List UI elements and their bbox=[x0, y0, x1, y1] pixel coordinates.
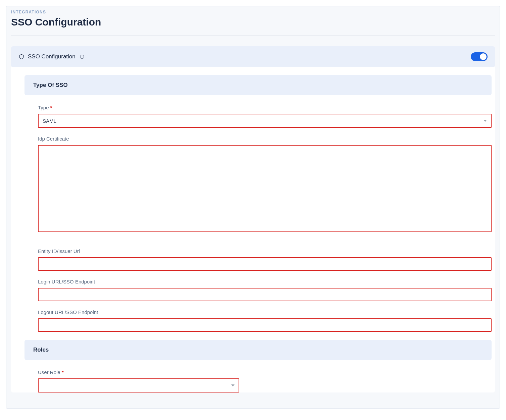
field-logout-url: Logout URL/SSO Endpoint bbox=[38, 309, 492, 332]
label-logout-url: Logout URL/SSO Endpoint bbox=[38, 309, 492, 315]
chevron-down-icon bbox=[484, 120, 487, 122]
page-shell: INTEGRATIONS SSO Configuration SSO Confi… bbox=[6, 6, 500, 409]
page-title: SSO Configuration bbox=[11, 16, 495, 28]
input-login-url[interactable] bbox=[38, 288, 492, 301]
label-login-url: Login URL/SSO Endpoint bbox=[38, 279, 492, 284]
type-of-sso-form: Type SAML Idp Certificate Entity ID/Issu… bbox=[38, 105, 492, 332]
info-icon[interactable] bbox=[79, 54, 85, 59]
label-type: Type bbox=[38, 105, 492, 110]
field-idp-certificate: Idp Certificate bbox=[38, 136, 492, 233]
label-entity-id: Entity ID/Issuer Url bbox=[38, 248, 492, 254]
field-entity-id: Entity ID/Issuer Url bbox=[38, 248, 492, 271]
sso-config-title-group: SSO Configuration bbox=[18, 53, 85, 60]
roles-subheader: Roles bbox=[24, 340, 492, 360]
sso-enable-toggle[interactable] bbox=[471, 52, 488, 61]
type-of-sso-title: Type Of SSO bbox=[33, 82, 483, 89]
roles-title: Roles bbox=[33, 347, 483, 353]
field-user-role: User Role bbox=[38, 369, 492, 392]
chevron-down-icon bbox=[231, 384, 235, 386]
field-login-url: Login URL/SSO Endpoint bbox=[38, 279, 492, 301]
select-user-role[interactable] bbox=[38, 378, 239, 392]
roles-form: User Role bbox=[38, 369, 492, 392]
title-divider bbox=[11, 35, 495, 36]
input-entity-id[interactable] bbox=[38, 257, 492, 271]
field-type: Type SAML bbox=[38, 105, 492, 128]
select-sso-type-value: SAML bbox=[43, 118, 56, 124]
breadcrumb: INTEGRATIONS bbox=[11, 10, 495, 14]
shield-icon bbox=[18, 54, 24, 60]
input-logout-url[interactable] bbox=[38, 318, 492, 332]
page-header: INTEGRATIONS SSO Configuration bbox=[6, 6, 500, 35]
label-user-role: User Role bbox=[38, 369, 492, 375]
type-of-sso-subheader: Type Of SSO bbox=[24, 75, 492, 95]
textarea-idp-certificate[interactable] bbox=[38, 145, 492, 232]
svg-point-2 bbox=[82, 56, 82, 56]
toggle-knob bbox=[480, 53, 487, 60]
sso-config-title: SSO Configuration bbox=[28, 53, 75, 60]
sso-config-section-bar: SSO Configuration bbox=[11, 46, 495, 67]
sso-config-card: SSO Configuration Type Of SSO bbox=[11, 46, 495, 392]
select-sso-type[interactable]: SAML bbox=[38, 114, 492, 128]
sso-config-content: Type Of SSO Type SAML Idp Certificate bbox=[11, 67, 495, 392]
label-idp-certificate: Idp Certificate bbox=[38, 136, 492, 142]
